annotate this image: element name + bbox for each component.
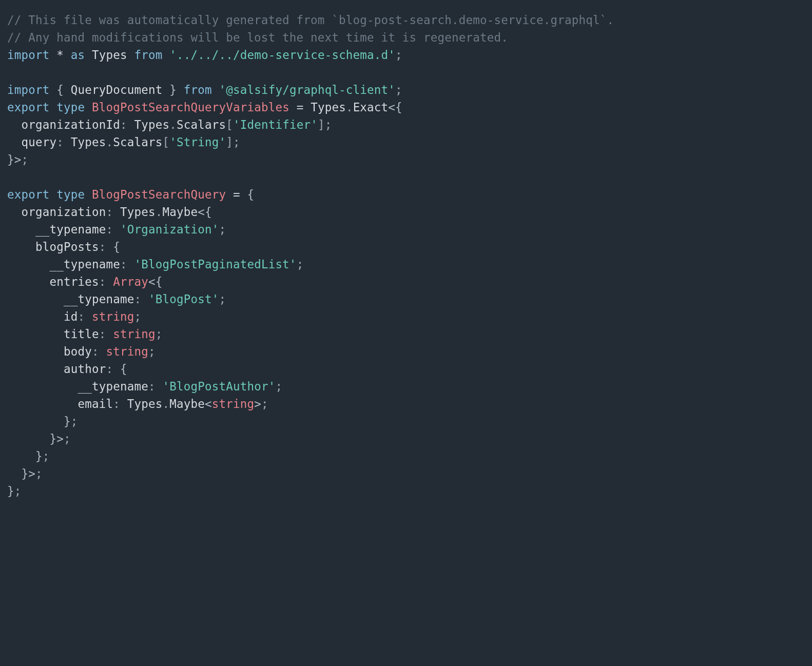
rbrace-6: } xyxy=(22,467,29,480)
field-id: id xyxy=(64,310,78,323)
rbracket-2: ] xyxy=(226,135,233,149)
eq-1: = xyxy=(297,101,304,114)
star: * xyxy=(56,48,64,62)
string-client-path: '@salsify/graphql-client' xyxy=(219,83,395,96)
semi-9: ; xyxy=(134,310,141,323)
semi-5: ; xyxy=(22,153,29,166)
gt-3: > xyxy=(56,432,64,445)
semi-2: ; xyxy=(395,83,402,96)
gt-1: > xyxy=(14,153,22,166)
lbrace-5: { xyxy=(113,240,120,253)
colon-5: : xyxy=(99,240,106,253)
semi-6: ; xyxy=(219,223,226,236)
kw-import-2: import xyxy=(7,83,49,96)
string-blogpost: 'BlogPost' xyxy=(148,292,219,306)
field-typename-1: __typename xyxy=(35,223,106,236)
lbrace-6: { xyxy=(156,275,163,288)
semi-18: ; xyxy=(14,484,22,498)
ident-scalars-2: Scalars xyxy=(113,135,162,149)
semi-13: ; xyxy=(261,397,268,410)
kw-type-2: type xyxy=(56,188,85,201)
colon-4: : xyxy=(106,223,113,236)
ident-maybe-1: Maybe xyxy=(162,205,198,219)
type-string-3: string xyxy=(106,345,148,358)
field-typename-4: __typename xyxy=(78,380,148,393)
colon-12: : xyxy=(106,362,113,376)
kw-import-1: import xyxy=(7,48,49,62)
lbrace-4: { xyxy=(205,205,212,219)
semi-8: ; xyxy=(219,292,226,306)
colon-11: : xyxy=(92,345,99,358)
eq-2: = xyxy=(233,188,240,201)
ident-types-1: Types xyxy=(92,48,127,62)
type-query: BlogPostSearchQuery xyxy=(92,188,226,201)
lt-3: < xyxy=(148,275,156,288)
type-string-4: string xyxy=(212,397,254,410)
rbrace-2: } xyxy=(7,153,14,166)
field-author: author xyxy=(64,362,106,376)
field-title: title xyxy=(64,327,99,341)
ident-exact: Exact xyxy=(353,101,389,114)
rbrace-5: } xyxy=(35,449,43,463)
code-block: // This file was automatically generated… xyxy=(0,0,812,511)
string-paginated: 'BlogPostPaginatedList' xyxy=(134,258,296,271)
field-blogposts: blogPosts xyxy=(35,240,99,253)
ident-types-4: Types xyxy=(71,135,106,149)
string-identifier: 'Identifier' xyxy=(233,118,318,131)
field-typename-2: __typename xyxy=(49,258,120,271)
rbrace-7: } xyxy=(7,484,14,498)
type-vars: BlogPostSearchQueryVariables xyxy=(92,101,289,114)
lbracket-1: [ xyxy=(226,118,233,131)
ident-scalars-1: Scalars xyxy=(177,118,226,131)
rbrace-3: } xyxy=(64,415,71,428)
semi-4: ; xyxy=(233,135,240,149)
kw-as: as xyxy=(71,48,85,62)
ident-types-6: Types xyxy=(127,397,163,410)
field-query: query xyxy=(22,135,57,149)
kw-type-1: type xyxy=(56,101,85,114)
type-string-2: string xyxy=(113,327,155,341)
semi-7: ; xyxy=(297,258,304,271)
lbrace-3: { xyxy=(247,188,254,201)
lbrace-1: { xyxy=(56,83,64,96)
colon-9: : xyxy=(78,310,85,323)
gt-4: > xyxy=(28,467,35,480)
lt-1: < xyxy=(388,101,395,114)
ident-maybe-2: Maybe xyxy=(169,397,205,410)
semi-17: ; xyxy=(35,467,43,480)
lbracket-2: [ xyxy=(162,135,169,149)
semi-11: ; xyxy=(148,345,156,358)
lbrace-2: { xyxy=(395,101,402,114)
string-schema-path: '../../../demo-service-schema.d' xyxy=(169,48,395,62)
semi-10: ; xyxy=(156,327,163,341)
lbrace-7: { xyxy=(120,362,127,376)
colon-2: : xyxy=(56,135,64,149)
dot-5: . xyxy=(162,397,169,410)
field-organization: organization xyxy=(22,205,106,219)
field-entries: entries xyxy=(49,275,99,288)
colon-10: : xyxy=(99,327,106,341)
kw-from-1: from xyxy=(134,48,162,62)
field-body: body xyxy=(64,345,92,358)
semi-1: ; xyxy=(395,48,402,62)
ident-types-5: Types xyxy=(120,205,156,219)
semi-14: ; xyxy=(71,415,78,428)
string-org: 'Organization' xyxy=(120,223,219,236)
field-email: email xyxy=(78,397,113,410)
string-string: 'String' xyxy=(169,135,226,149)
colon-14: : xyxy=(113,397,120,410)
lt-2: < xyxy=(198,205,205,219)
dot-4: . xyxy=(156,205,163,219)
comment-line-1: // This file was automatically generated… xyxy=(7,13,614,27)
gt-2: > xyxy=(254,397,261,410)
ident-types-3: Types xyxy=(134,118,169,131)
type-string-1: string xyxy=(92,310,134,323)
comment-line-2: // Any hand modifications will be lost t… xyxy=(7,31,508,44)
semi-3: ; xyxy=(325,118,332,131)
dot-3: . xyxy=(106,135,113,149)
rbrace-4: } xyxy=(49,432,56,445)
type-array: Array xyxy=(113,275,148,288)
colon-6: : xyxy=(120,258,127,271)
field-orgid: organizationId xyxy=(22,118,120,131)
kw-export-1: export xyxy=(7,101,49,114)
